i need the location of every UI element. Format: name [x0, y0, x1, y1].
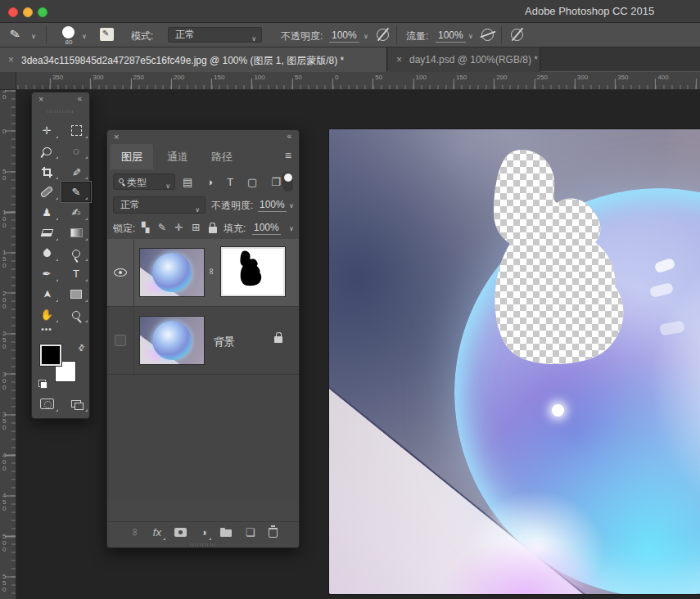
hand-tool[interactable]: ✋: [32, 304, 61, 325]
layer-row[interactable]: ∞: [107, 239, 299, 307]
layer-style-icon[interactable]: fx: [153, 526, 161, 538]
spot-healing-tool[interactable]: [32, 182, 61, 202]
title-bar: Adobe Photoshop CC 2015: [0, 0, 700, 23]
layer-opacity-value[interactable]: 100%: [258, 199, 287, 212]
zoom-tool[interactable]: [61, 304, 91, 325]
marquee-tool[interactable]: [61, 120, 91, 141]
layer-mask-thumbnail[interactable]: [221, 247, 285, 296]
smart-object-filter-icon[interactable]: ❐: [271, 176, 281, 188]
document-tab-inactive[interactable]: × day14.psd @ 100%(RGB/8) *: [388, 47, 540, 72]
edit-toolbar-button[interactable]: •••: [32, 325, 61, 334]
horizontal-ruler[interactable]: 3503002502001501005005010015020025030035…: [16, 72, 700, 90]
shape-layer-filter-icon[interactable]: ▢: [247, 176, 257, 188]
type-layer-filter-icon[interactable]: T: [227, 176, 233, 188]
window-zoom-button[interactable]: [38, 7, 47, 17]
lock-transparency-icon[interactable]: ▚: [142, 222, 149, 233]
window-close-button[interactable]: [8, 7, 18, 17]
panel-collapse-icon[interactable]: «: [287, 132, 292, 141]
airbrush-icon[interactable]: [481, 29, 494, 41]
crop-tool[interactable]: [32, 161, 61, 182]
type-tool[interactable]: T: [61, 263, 91, 284]
pressure-size-icon[interactable]: [511, 29, 523, 41]
toggle-visibility-cell[interactable]: [107, 307, 134, 374]
dodge-tool[interactable]: [61, 243, 91, 263]
quick-selection-icon: ◌: [73, 145, 79, 157]
panel-close-icon[interactable]: ×: [38, 94, 43, 104]
delete-layer-icon[interactable]: [269, 528, 278, 538]
lock-pixels-icon[interactable]: ✎: [158, 222, 166, 233]
lock-artboard-icon[interactable]: ⊞: [192, 222, 200, 233]
brush-tool[interactable]: ✎: [61, 182, 91, 202]
fill-value[interactable]: 100%: [252, 222, 281, 235]
tab-close-icon[interactable]: ×: [396, 54, 402, 65]
add-layer-mask-icon[interactable]: [174, 528, 187, 537]
eraser-tool[interactable]: [32, 223, 61, 243]
lasso-tool[interactable]: [32, 141, 61, 161]
new-layer-icon[interactable]: ❏: [246, 526, 255, 538]
screen-mode-button[interactable]: [61, 394, 91, 414]
layer-blend-mode-select[interactable]: 正常 ∨: [113, 196, 205, 214]
lock-position-icon[interactable]: ✛: [175, 222, 183, 233]
tab-channels[interactable]: 通道: [156, 144, 199, 169]
layer-thumbnail[interactable]: [139, 248, 205, 297]
layer-mask-link-icon[interactable]: ∞: [207, 268, 217, 275]
foreground-color-swatch[interactable]: [40, 345, 61, 366]
window-minimize-button[interactable]: [23, 7, 33, 17]
canvas-image[interactable]: [329, 129, 700, 594]
gradient-tool[interactable]: [61, 223, 91, 243]
panel-menu-icon[interactable]: ≡: [285, 149, 291, 162]
adjustment-layer-filter-icon[interactable]: ◑: [206, 176, 213, 188]
eye-icon[interactable]: [114, 268, 127, 277]
filter-toggle-switch[interactable]: [282, 172, 293, 191]
quick-mask-button[interactable]: [32, 394, 61, 414]
chevron-down-icon[interactable]: ∨: [289, 225, 294, 232]
tab-layers[interactable]: 图层: [111, 144, 153, 169]
layer-name[interactable]: 背景: [214, 335, 235, 349]
layer-row[interactable]: 背景: [107, 307, 299, 375]
swap-colors-icon[interactable]: ⇄: [75, 342, 87, 354]
chevron-down-icon[interactable]: ∨: [289, 202, 294, 209]
hidden-eye-checkbox[interactable]: [115, 335, 126, 346]
panel-close-icon[interactable]: ×: [114, 132, 119, 142]
document-tab-active[interactable]: × 3dea34c1159845d2a47287e5c16fc49e.jpg @…: [0, 47, 387, 72]
filter-type-select[interactable]: 类型 ∨: [113, 173, 175, 190]
link-layers-icon[interactable]: ∞: [129, 528, 142, 535]
brush-preset-picker[interactable]: [62, 26, 75, 38]
opacity-value[interactable]: 100%: [329, 29, 359, 43]
toggle-visibility-cell[interactable]: [107, 239, 134, 306]
flow-chevron-icon[interactable]: ∨: [468, 33, 473, 40]
toggle-brush-panel-button[interactable]: [100, 28, 114, 41]
new-adjustment-layer-icon[interactable]: ◑: [201, 526, 207, 538]
pixel-layer-filter-icon[interactable]: ▤: [183, 176, 192, 188]
vertical-ruler[interactable]: 50050100150200250300350400450500550: [0, 90, 16, 599]
blend-mode-select[interactable]: 正常 ∨: [168, 27, 262, 43]
ruler-origin-box[interactable]: [0, 72, 16, 90]
shape-tool[interactable]: [61, 284, 91, 304]
toolbox-header[interactable]: × «: [32, 92, 89, 106]
eyedropper-tool[interactable]: ✐: [61, 161, 91, 182]
brush-tool-icon[interactable]: ✎: [9, 26, 22, 43]
flow-value[interactable]: 100%: [436, 29, 466, 43]
tab-close-icon[interactable]: ×: [8, 54, 14, 65]
pressure-opacity-icon[interactable]: [377, 29, 389, 41]
tool-preset-chevron-icon[interactable]: ∨: [31, 33, 36, 40]
history-brush-tool[interactable]: ✍: [61, 202, 91, 223]
pen-tool[interactable]: ✒: [32, 263, 61, 284]
clone-stamp-tool[interactable]: ♟: [32, 202, 61, 223]
blur-tool[interactable]: [32, 243, 61, 263]
opacity-chevron-icon[interactable]: ∨: [364, 33, 368, 40]
tab-paths[interactable]: 路径: [201, 144, 243, 169]
layer-thumbnail[interactable]: [139, 316, 205, 365]
default-colors-icon[interactable]: [38, 380, 47, 389]
quick-selection-tool[interactable]: ◌: [61, 141, 91, 161]
move-tool[interactable]: ✛: [32, 120, 61, 141]
brush-preset-chevron-icon[interactable]: ∨: [82, 33, 87, 40]
lock-all-icon[interactable]: [209, 227, 217, 233]
panel-resize-grip[interactable]: [190, 543, 216, 546]
layers-panel-header[interactable]: × «: [107, 130, 299, 144]
panel-grip[interactable]: [47, 110, 74, 113]
new-group-icon[interactable]: [220, 529, 232, 537]
path-selection-tool[interactable]: ➤: [32, 284, 61, 304]
tools-bottom-grid: [32, 394, 91, 414]
panel-collapse-icon[interactable]: «: [77, 94, 83, 103]
